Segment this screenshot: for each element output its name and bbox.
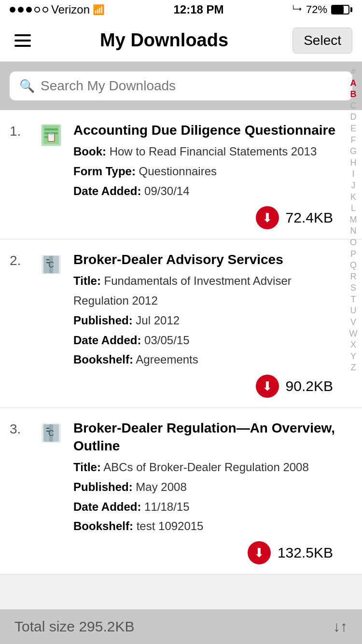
nav-bar: My Downloads Select <box>0 19 362 62</box>
item-meta: Title: Fundamentals of Investment Advise… <box>73 271 338 370</box>
meta-value: ABCs of Broker-Dealer Regulation 2008 <box>101 461 309 474</box>
alpha-item-o[interactable]: O <box>350 238 357 248</box>
item-title: Broker-Dealer Regulation—An Overview, Ou… <box>73 420 338 455</box>
content-list: 1. 📋 Accounting Due Diligence Questionna… <box>0 110 362 574</box>
dot-2 <box>18 7 24 13</box>
list-item: 3. C Broker-Dealer Regulation—An Overvie… <box>0 408 362 574</box>
list-item: 2. C Broker-Dealer Advisory Services Tit… <box>0 239 362 408</box>
meta-label: Published: <box>73 480 133 493</box>
status-time: 12:18 PM <box>173 3 223 16</box>
download-button[interactable]: ⬇ <box>248 541 271 564</box>
dot-5 <box>42 7 48 13</box>
meta-value: 11/18/15 <box>141 500 189 513</box>
file-size: 132.5KB <box>278 545 333 561</box>
item-meta: Book: How to Read Financial Statements 2… <box>73 142 338 201</box>
meta-value: Jul 2012 <box>133 314 180 327</box>
alpha-item-z[interactable]: Z <box>351 363 356 373</box>
alpha-item-b[interactable]: B <box>350 89 357 100</box>
item-title: Accounting Due Diligence Questionnaire <box>73 122 338 139</box>
svg-text:C: C <box>48 429 54 437</box>
alpha-item-y[interactable]: Y <box>350 351 356 362</box>
alpha-item-k[interactable]: K <box>350 192 356 203</box>
download-icon: ⬇ <box>262 380 273 392</box>
meta-value: 09/30/14 <box>141 184 189 197</box>
alpha-item-l[interactable]: L <box>351 203 356 214</box>
item-meta: Title: ABCs of Broker-Dealer Regulation … <box>73 458 338 536</box>
meta-label: Title: <box>73 274 101 287</box>
menu-button[interactable] <box>10 29 36 52</box>
download-icon: ⬇ <box>262 211 273 224</box>
alpha-item-x[interactable]: X <box>350 340 356 350</box>
item-icon-book: C <box>37 420 66 446</box>
download-button[interactable]: ⬇ <box>256 375 279 398</box>
search-input[interactable] <box>41 78 343 94</box>
download-button[interactable]: ⬇ <box>256 206 279 229</box>
page-title: My Downloads <box>100 30 228 51</box>
dot-3 <box>26 7 32 13</box>
alpha-item-f[interactable]: F <box>351 135 356 146</box>
alpha-item-j[interactable]: J <box>351 181 356 191</box>
status-left: Verizon 📶 <box>10 3 105 16</box>
alpha-item-s[interactable]: S <box>350 283 356 294</box>
item-number: 1. <box>10 122 29 139</box>
meta-label: Date Added: <box>73 184 141 197</box>
item-icon-form: 📋 <box>37 123 66 148</box>
alpha-item-q[interactable]: Q <box>350 260 357 271</box>
search-icon: 🔍 <box>19 79 35 94</box>
alpha-item-d[interactable]: D <box>350 112 357 123</box>
alpha-item-r[interactable]: R <box>350 272 357 282</box>
meta-value: Questionnaires <box>136 165 217 178</box>
search-container: 🔍 <box>0 62 362 110</box>
meta-label: Bookshelf: <box>73 519 133 532</box>
alpha-item-g[interactable]: G <box>350 146 357 157</box>
meta-label: Title: <box>73 461 101 474</box>
meta-value: How to Read Financial Statements 2013 <box>106 145 317 158</box>
dot-4 <box>34 7 40 13</box>
item-icon-book: C <box>37 252 66 277</box>
alpha-item-a[interactable]: A <box>350 78 357 89</box>
alpha-item-u[interactable]: U <box>350 306 357 316</box>
alpha-item-h[interactable]: H <box>350 158 357 168</box>
item-text: Broker-Dealer Regulation—An Overview, Ou… <box>73 420 338 536</box>
meta-label: Bookshelf: <box>73 353 133 366</box>
sort-button[interactable]: ↓↑ <box>333 618 348 635</box>
list-item: 1. 📋 Accounting Due Diligence Questionna… <box>0 110 362 239</box>
alpha-item-e[interactable]: E <box>350 124 356 134</box>
alpha-item-t[interactable]: T <box>351 294 356 305</box>
alpha-index: # A B C D E F G H I J K L M N O P Q R S … <box>345 62 362 378</box>
bottom-bar: Total size 295.2KB ↓↑ <box>0 609 362 644</box>
meta-value: 03/05/15 <box>141 334 189 347</box>
svg-text:C: C <box>48 261 54 269</box>
search-bar: 🔍 <box>10 71 352 100</box>
alpha-item-v[interactable]: V <box>350 317 356 328</box>
alpha-item-n[interactable]: N <box>350 226 357 237</box>
alpha-item-c[interactable]: C <box>350 101 357 112</box>
status-bar: Verizon 📶 12:18 PM ⮡ 72% <box>0 0 362 19</box>
svg-text:📋: 📋 <box>46 132 57 142</box>
dot-1 <box>10 7 15 13</box>
meta-label: Date Added: <box>73 334 141 347</box>
item-text: Accounting Due Diligence Questionnaire B… <box>73 122 338 201</box>
file-size: 90.2KB <box>286 378 333 394</box>
item-text: Broker-Dealer Advisory Services Title: F… <box>73 251 338 370</box>
battery-icon <box>331 5 352 14</box>
carrier-label: Verizon <box>51 3 90 16</box>
wifi-icon: 📶 <box>93 4 105 15</box>
alpha-item-hash[interactable]: # <box>351 67 356 77</box>
file-size: 72.4KB <box>286 210 333 226</box>
total-size-label: Total size 295.2KB <box>14 618 134 635</box>
battery-percent: 72% <box>306 3 327 16</box>
meta-value: Fundamentals of Investment Adviser Regul… <box>73 274 292 307</box>
meta-label: Form Type: <box>73 165 136 178</box>
meta-value: test 1092015 <box>133 519 203 532</box>
alpha-item-w[interactable]: W <box>349 329 358 339</box>
select-button[interactable]: Select <box>292 28 352 54</box>
meta-label: Date Added: <box>73 500 141 513</box>
alpha-item-m[interactable]: M <box>350 215 357 225</box>
alpha-item-i[interactable]: I <box>352 169 354 180</box>
item-number: 2. <box>10 251 29 268</box>
meta-label: Published: <box>73 314 133 327</box>
signal-dots <box>10 7 48 13</box>
item-title: Broker-Dealer Advisory Services <box>73 251 338 268</box>
alpha-item-p[interactable]: P <box>350 249 356 260</box>
